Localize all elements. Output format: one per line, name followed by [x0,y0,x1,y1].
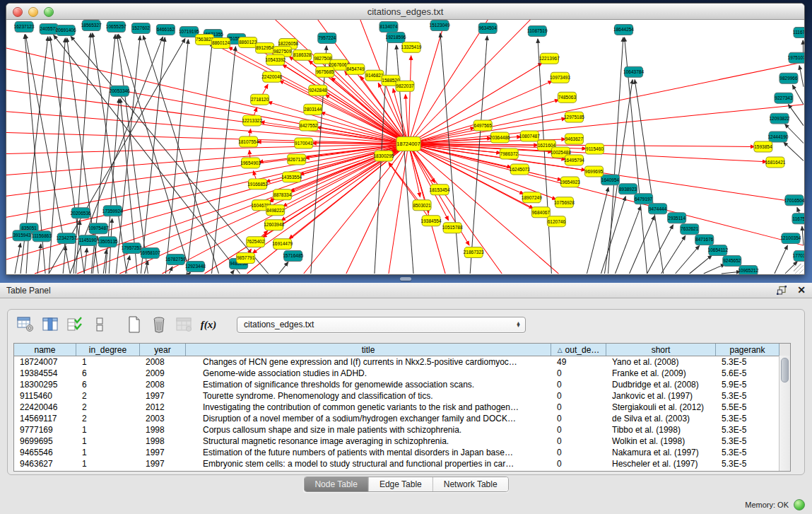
graph-node[interactable]: 19654903 [240,158,261,168]
graph-node[interactable]: 10543392 [265,54,286,65]
cell-short[interactable]: Wolkin et al. (1998) [606,436,716,446]
graph-node[interactable]: 9822037 [396,81,414,91]
graph-node[interactable]: 18300295 [373,151,394,161]
graph-node[interactable]: 1145190 [78,235,97,246]
graph-node[interactable]: 8498222 [266,205,285,216]
cell-year[interactable]: 2008 [140,380,186,390]
graph-node[interactable]: 10975487 [88,223,109,234]
cell-name[interactable]: 22420046 [14,402,76,412]
memory-ok-indicator[interactable] [794,499,805,510]
graph-node[interactable]: 1640954 [601,175,619,185]
graph-node[interactable]: 13505135 [98,237,118,247]
graph-node[interactable]: 9829966 [779,73,798,83]
graph-node[interactable]: 7625402 [247,237,265,247]
tab-network-table[interactable]: Network Table [433,477,508,491]
cell-year[interactable]: 1998 [140,436,186,446]
graph-node[interactable]: 8134074 [379,21,398,32]
graph-node[interactable]: 17359924 [102,206,123,216]
cell-name[interactable]: 18724007 [14,357,76,367]
graph-node[interactable]: 8471676 [695,235,714,245]
graph-node[interactable]: 9634504 [478,23,497,33]
cell-pagerank[interactable]: 5.6E-5 [716,368,779,378]
cell-short[interactable]: Hescheler et al. (1997) [606,459,716,469]
cell-pagerank[interactable]: 5.3E-5 [716,414,779,424]
graph-node[interactable]: 15716485 [283,251,303,262]
table-row[interactable]: 946554611997Estimation of the future num… [14,447,790,458]
graph-node[interactable]: 9115460 [585,144,604,154]
graph-node[interactable]: 20206536 [71,208,91,218]
graph-node[interactable]: 16237123 [14,21,35,32]
cell-name[interactable]: 18300295 [14,380,76,390]
graph-node[interactable]: 10643784 [623,66,644,77]
cell-short[interactable]: Jankovic et al. (1997) [606,391,716,401]
table-selector-dropdown[interactable]: citations_edges.txt ▲▼ [237,317,526,333]
cell-out-degree[interactable]: 0 [551,380,606,390]
column-header-name[interactable]: name [14,344,76,356]
column-header-year[interactable]: year [140,344,186,356]
cell-pagerank[interactable]: 5.3E-5 [716,357,779,367]
cell-pagerank[interactable]: 5.3E-5 [716,425,779,435]
cell-out-degree[interactable]: 0 [551,414,606,424]
graph-node[interactable]: 10756928 [554,197,575,208]
cell-pagerank[interactable]: 5.3E-5 [716,436,779,446]
graph-node[interactable]: 20053346 [110,86,130,96]
cell-out-degree[interactable]: 0 [551,402,606,412]
cell-short[interactable]: de Silva et al. (2003) [606,414,716,424]
graph-node[interactable]: 19654923 [560,177,580,187]
graph-node[interactable]: 1593854 [754,141,772,152]
graph-node[interactable]: 7986372 [500,148,518,159]
cell-out-degree[interactable]: 0 [551,425,606,435]
graph-node[interactable]: 18107554 [238,136,259,147]
cell-in-degree[interactable]: 6 [76,380,140,390]
function-builder-button[interactable]: f(x) [199,315,218,334]
cell-year[interactable]: 1997 [140,391,186,401]
graph-node[interactable]: 8503021 [413,200,431,211]
tab-edge-table[interactable]: Edge Table [368,477,433,491]
cell-year[interactable]: 1998 [140,425,186,435]
graph-node[interactable]: 12975185 [564,112,584,122]
graph-node[interactable]: 11167234 [793,27,804,37]
cell-name[interactable]: 9115460 [14,391,76,401]
graph-node[interactable]: 8878334 [273,189,292,200]
close-panel-icon[interactable]: ✕ [797,286,806,295]
graph-node[interactable]: 10973493 [550,72,570,83]
graph-node[interactable]: 3915943 [13,230,31,241]
network-window-titlebar[interactable]: citations_edges.txt [6,4,804,20]
cell-in-degree[interactable]: 2 [76,391,140,401]
graph-node[interactable]: 9170041 [295,138,313,148]
cell-year[interactable]: 2008 [140,357,186,367]
graph-node[interactable]: 9699695 [584,166,603,177]
cell-title[interactable]: Estimation of the future numbers of pati… [186,448,551,457]
graph-node[interactable]: 9227343 [775,93,793,103]
graph-node[interactable]: 17957253 [122,243,142,254]
graph-node[interactable]: 8454749 [346,64,365,74]
cell-short[interactable]: Franke et al. (2009) [606,368,716,378]
cell-title[interactable]: Corpus callosum shape and size in male p… [186,425,551,435]
cell-in-degree[interactable]: 2 [76,414,140,424]
cell-in-degree[interactable]: 1 [76,459,140,469]
cell-out-degree[interactable]: 0 [551,391,606,401]
cell-title[interactable]: Tourette syndrome. Phenomenology and cla… [186,391,551,401]
cell-year[interactable]: 1997 [140,459,186,469]
tab-node-table[interactable]: Node Table [304,477,368,491]
cell-title[interactable]: Investigating the contribution of common… [186,402,551,412]
cell-short[interactable]: Nakamura et al. (1997) [606,448,716,457]
graph-node[interactable]: 9245652 [723,256,741,267]
graph-node[interactable]: 10655257 [106,21,126,32]
cell-out-degree[interactable]: 0 [551,459,606,469]
graph-node[interactable]: 8860124 [212,37,230,48]
zoom-window-icon[interactable] [44,7,54,17]
minimize-window-icon[interactable] [28,7,38,17]
cell-out-degree[interactable]: 0 [551,368,606,378]
close-window-icon[interactable] [13,7,23,17]
graph-node[interactable]: 16958107 [140,248,160,259]
graph-node[interactable]: 2803144 [304,104,322,115]
graph-node[interactable]: 19166852 [247,179,268,189]
graph-node[interactable]: 9675685 [316,66,334,77]
graph-node[interactable]: 7485063 [558,92,576,103]
graph-node[interactable]: 19218596 [386,32,406,42]
graph-node[interactable]: 9146821 [365,70,384,81]
graph-node[interactable]: 7563822 [195,34,213,45]
graph-node[interactable]: 8938923 [619,184,637,194]
cell-short[interactable]: Dudbridge et al. (2008) [606,380,716,390]
